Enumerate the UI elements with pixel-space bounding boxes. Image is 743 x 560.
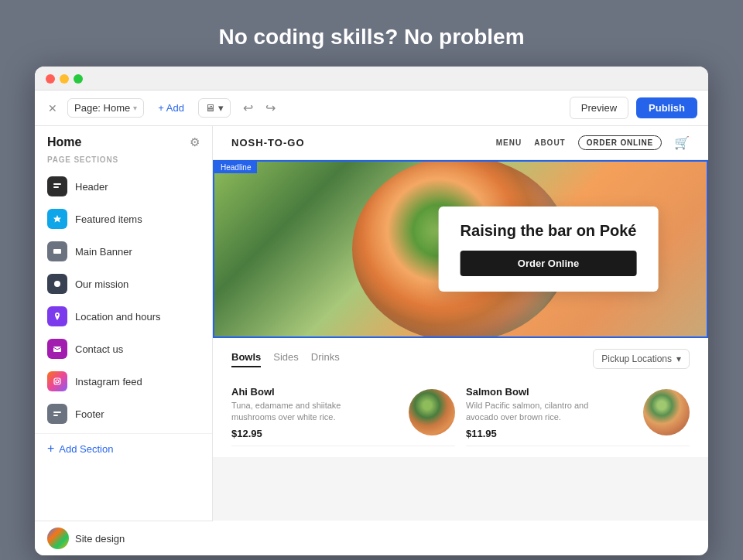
headline-badge: Headline [214, 162, 257, 173]
traffic-light-maximize [74, 74, 83, 84]
salmon-bowl-visual [643, 389, 690, 435]
publish-button[interactable]: Publish [636, 97, 697, 118]
sidebar-item-footer[interactable]: Footer [35, 398, 212, 430]
sidebar-item-header[interactable]: Header [35, 170, 212, 203]
our-mission-icon [47, 274, 67, 294]
sidebar-item-featured-label: Featured items [75, 213, 142, 225]
main-banner-icon [47, 241, 67, 261]
page-selector-label: Page: Home [74, 102, 130, 114]
hero-order-button[interactable]: Order Online [461, 251, 637, 276]
svg-rect-11 [53, 415, 58, 416]
preview-button[interactable]: Preview [570, 97, 628, 119]
editor-body: Home ⚙ Page Sections Header [35, 126, 708, 521]
sidebar-item-our-mission-label: Our mission [75, 278, 128, 290]
sidebar-header: Home ⚙ [35, 135, 212, 155]
svg-point-9 [59, 378, 60, 379]
page-main-title: No coding skills? No problem [218, 25, 524, 50]
sidebar-item-instagram[interactable]: Instagram feed [35, 365, 212, 398]
hero-overlay-card: Raising the bar on Poké Order Online [439, 207, 659, 292]
menu-item-ahi-name: Ahi Bowl [231, 386, 355, 398]
browser-chrome [35, 67, 708, 90]
editor-toolbar: ✕ Page: Home ▾ + Add 🖥 ▾ ↩ ↪ Preview Pub… [35, 90, 708, 126]
hero-title: Raising the bar on Poké [461, 222, 637, 240]
site-design-bar[interactable]: Site design [35, 521, 213, 555]
location-selector-label: Pickup Locations [601, 353, 672, 364]
location-icon [47, 306, 67, 326]
site-brand: NOSH-TO-GO [231, 137, 305, 149]
sidebar-item-featured-items[interactable]: Featured items [35, 203, 212, 235]
menu-items-list: Ahi Bowl Tuna, edamame and shiitake mush… [231, 380, 690, 446]
sections-label: Page Sections [35, 155, 212, 170]
sidebar-item-location-hours[interactable]: Location and hours [35, 300, 212, 333]
device-selector[interactable]: 🖥 ▾ [198, 98, 231, 118]
svg-rect-3 [53, 249, 61, 254]
chevron-down-icon: ▾ [676, 353, 681, 364]
close-button[interactable]: ✕ [46, 101, 60, 115]
sidebar-item-location-label: Location and hours [75, 311, 161, 323]
menu-item-ahi-info: Ahi Bowl Tuna, edamame and shiitake mush… [231, 386, 355, 439]
nav-link-menu[interactable]: MENU [496, 138, 522, 147]
sidebar-item-contact-label: Contact us [75, 343, 123, 355]
header-icon [47, 176, 67, 196]
menu-item-ahi-image [409, 389, 455, 435]
svg-marker-2 [53, 215, 61, 223]
sidebar: Home ⚙ Page Sections Header [35, 126, 213, 521]
undo-redo-group: ↩ ↪ [238, 99, 280, 117]
traffic-light-close [46, 74, 55, 84]
plus-icon: + [47, 442, 54, 456]
menu-item-salmon-price: $11.95 [466, 428, 590, 439]
page-selector[interactable]: Page: Home ▾ [67, 98, 144, 118]
contact-icon [47, 339, 67, 359]
svg-rect-0 [53, 183, 61, 185]
svg-point-8 [56, 380, 59, 383]
undo-button[interactable]: ↩ [238, 99, 258, 117]
svg-point-4 [54, 281, 60, 287]
add-section-button[interactable]: + Add Section [35, 433, 212, 463]
traffic-lights [46, 74, 697, 84]
svg-rect-1 [53, 186, 59, 188]
traffic-light-minimize [60, 74, 69, 84]
chevron-down-icon: ▾ [133, 104, 137, 112]
menu-item-salmon: Salmon Bowl Wild Pacific salmon, cilantr… [466, 380, 690, 446]
tabs-row: Bowls Sides Drinks Pickup Locations ▾ [231, 349, 690, 369]
add-button[interactable]: + Add [152, 99, 190, 117]
gear-icon[interactable]: ⚙ [190, 135, 200, 149]
menu-item-salmon-name: Salmon Bowl [466, 386, 590, 398]
location-selector[interactable]: Pickup Locations ▾ [593, 349, 690, 369]
site-design-icon [47, 528, 69, 549]
svg-rect-10 [53, 411, 61, 413]
instagram-icon [47, 371, 67, 391]
sidebar-item-footer-label: Footer [75, 408, 104, 420]
menu-item-ahi: Ahi Bowl Tuna, edamame and shiitake mush… [231, 380, 455, 446]
sidebar-item-contact-us[interactable]: Contact us [35, 333, 212, 365]
featured-section: Bowls Sides Drinks Pickup Locations ▾ Ah… [213, 338, 708, 457]
tab-bowls[interactable]: Bowls [231, 351, 261, 367]
menu-item-ahi-description: Tuna, edamame and shiitake mushrooms ove… [231, 400, 355, 424]
svg-point-5 [56, 314, 58, 316]
desktop-icon: 🖥 [205, 102, 215, 114]
menu-item-salmon-image [643, 389, 690, 435]
sidebar-item-main-banner[interactable]: Main Banner [35, 235, 212, 268]
site-nav: NOSH-TO-GO MENU ABOUT ORDER ONLINE 🛒 [213, 126, 708, 160]
featured-items-icon [47, 209, 67, 229]
site-nav-links: MENU ABOUT ORDER ONLINE 🛒 [496, 135, 690, 150]
ahi-bowl-visual [409, 389, 455, 435]
tab-sides[interactable]: Sides [273, 351, 299, 367]
sidebar-item-our-mission[interactable]: Our mission [35, 268, 212, 300]
nav-link-about[interactable]: ABOUT [534, 138, 566, 147]
tab-drinks[interactable]: Drinks [311, 351, 340, 367]
site-design-label: Site design [75, 533, 125, 545]
footer-icon [47, 404, 67, 424]
hero-section: Headline Raising the bar on Poké Order O… [213, 160, 708, 338]
add-section-label: Add Section [59, 443, 113, 455]
menu-item-salmon-description: Wild Pacific salmon, cilantro and avocad… [466, 400, 590, 424]
browser-window: ✕ Page: Home ▾ + Add 🖥 ▾ ↩ ↪ Preview Pub… [35, 67, 708, 555]
sidebar-item-main-banner-label: Main Banner [75, 246, 132, 258]
cart-icon[interactable]: 🛒 [674, 135, 690, 150]
sidebar-item-instagram-label: Instagram feed [75, 376, 142, 388]
site-canvas: NOSH-TO-GO MENU ABOUT ORDER ONLINE 🛒 Hea… [213, 126, 708, 521]
menu-tabs: Bowls Sides Drinks [231, 351, 340, 367]
nav-order-button[interactable]: ORDER ONLINE [578, 135, 662, 150]
redo-button[interactable]: ↪ [261, 99, 280, 117]
sidebar-item-header-label: Header [75, 181, 108, 193]
